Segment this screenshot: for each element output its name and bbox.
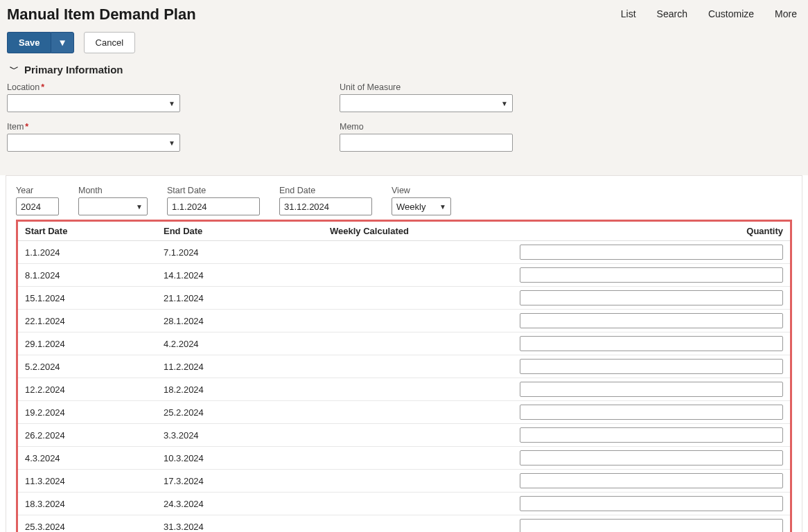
cell-end-date: 14.1.2024 xyxy=(157,264,323,287)
view-label: View xyxy=(392,186,451,195)
cell-weekly-calculated xyxy=(323,378,513,401)
memo-input[interactable] xyxy=(340,134,513,152)
cell-start-date: 15.1.2024 xyxy=(18,287,157,310)
cell-quantity xyxy=(513,241,790,264)
item-select[interactable]: ▼ xyxy=(7,134,180,152)
cell-quantity xyxy=(513,447,790,470)
col-header-end-date[interactable]: End Date xyxy=(157,222,323,241)
cell-start-date: 12.2.2024 xyxy=(18,378,157,401)
table-row[interactable]: 4.3.202410.3.2024 xyxy=(18,447,790,470)
table-row[interactable]: 1.1.20247.1.2024 xyxy=(18,241,790,264)
save-dropdown-button[interactable]: ▼ xyxy=(51,32,73,53)
cell-weekly-calculated xyxy=(323,332,513,355)
cell-start-date: 22.1.2024 xyxy=(18,310,157,332)
table-row[interactable]: 25.3.202431.3.2024 xyxy=(18,515,790,533)
cell-start-date: 5.2.2024 xyxy=(18,355,157,378)
quantity-input[interactable] xyxy=(520,450,783,466)
cell-weekly-calculated xyxy=(323,515,513,533)
table-row[interactable]: 18.3.202424.3.2024 xyxy=(18,493,790,515)
memo-label: Memo xyxy=(340,122,631,132)
cell-start-date: 25.3.2024 xyxy=(18,515,157,533)
table-row[interactable]: 15.1.202421.1.2024 xyxy=(18,287,790,310)
uom-select[interactable]: ▼ xyxy=(340,94,513,112)
cell-start-date: 26.2.2024 xyxy=(18,424,157,447)
cell-end-date: 24.3.2024 xyxy=(157,493,323,515)
section-title-primary: Primary Information xyxy=(24,64,123,76)
cell-end-date: 11.2.2024 xyxy=(157,355,323,378)
end-date-input[interactable]: 31.12.2024 xyxy=(279,197,372,215)
table-row[interactable]: 19.2.202425.2.2024 xyxy=(18,401,790,424)
quantity-input[interactable] xyxy=(520,473,783,488)
cell-end-date: 10.3.2024 xyxy=(157,447,323,470)
cell-end-date: 25.2.2024 xyxy=(157,401,323,424)
start-date-input[interactable]: 1.1.2024 xyxy=(167,197,260,215)
year-input[interactable]: 2024 xyxy=(16,197,59,215)
location-select[interactable]: ▼ xyxy=(7,94,180,112)
cell-end-date: 7.1.2024 xyxy=(157,241,323,264)
chevron-down-icon: ▼ xyxy=(136,203,143,211)
location-label: Location* xyxy=(7,82,298,92)
cell-quantity xyxy=(513,493,790,515)
cell-end-date: 21.1.2024 xyxy=(157,287,323,310)
table-row[interactable]: 26.2.20243.3.2024 xyxy=(18,424,790,447)
cell-quantity xyxy=(513,378,790,401)
nav-customize[interactable]: Customize xyxy=(708,8,754,19)
quantity-input[interactable] xyxy=(520,496,783,511)
quantity-input[interactable] xyxy=(520,359,783,374)
table-row[interactable]: 8.1.202414.1.2024 xyxy=(18,264,790,287)
cell-quantity xyxy=(513,401,790,424)
cell-quantity xyxy=(513,332,790,355)
quantity-input[interactable] xyxy=(520,427,783,443)
quantity-input[interactable] xyxy=(520,313,783,328)
nav-search[interactable]: Search xyxy=(657,8,687,19)
cell-quantity xyxy=(513,515,790,533)
cell-start-date: 1.1.2024 xyxy=(18,241,157,264)
cancel-button[interactable]: Cancel xyxy=(84,32,135,53)
collapse-icon[interactable]: ﹀ xyxy=(10,63,19,76)
cell-start-date: 4.3.2024 xyxy=(18,447,157,470)
cell-quantity xyxy=(513,264,790,287)
col-header-weekly-calculated[interactable]: Weekly Calculated xyxy=(323,222,513,241)
page-title: Manual Item Demand Plan xyxy=(7,6,196,24)
cell-start-date: 8.1.2024 xyxy=(18,264,157,287)
quantity-input[interactable] xyxy=(520,519,783,532)
chevron-down-icon: ▼ xyxy=(168,100,175,107)
cell-start-date: 29.1.2024 xyxy=(18,332,157,355)
nav-more[interactable]: More xyxy=(775,8,797,19)
cell-weekly-calculated xyxy=(323,264,513,287)
cell-weekly-calculated xyxy=(323,310,513,332)
cell-weekly-calculated xyxy=(323,424,513,447)
quantity-input[interactable] xyxy=(520,290,783,305)
table-row[interactable]: 5.2.202411.2.2024 xyxy=(18,355,790,378)
cell-quantity xyxy=(513,355,790,378)
cell-quantity xyxy=(513,310,790,332)
col-header-start-date[interactable]: Start Date xyxy=(18,222,157,241)
cell-weekly-calculated xyxy=(323,355,513,378)
view-select[interactable]: Weekly ▼ xyxy=(392,197,451,215)
uom-label: Unit of Measure xyxy=(340,82,631,92)
cell-start-date: 19.2.2024 xyxy=(18,401,157,424)
year-label: Year xyxy=(16,186,59,195)
cell-quantity xyxy=(513,287,790,310)
quantity-input[interactable] xyxy=(520,267,783,283)
quantity-input[interactable] xyxy=(520,245,783,260)
chevron-down-icon: ▼ xyxy=(168,139,175,147)
table-row[interactable]: 12.2.202418.2.2024 xyxy=(18,378,790,401)
table-row[interactable]: 29.1.20244.2.2024 xyxy=(18,332,790,355)
cell-end-date: 28.1.2024 xyxy=(157,310,323,332)
cell-weekly-calculated xyxy=(323,401,513,424)
quantity-input[interactable] xyxy=(520,405,783,420)
quantity-input[interactable] xyxy=(520,336,783,351)
cell-end-date: 4.2.2024 xyxy=(157,332,323,355)
quantity-input[interactable] xyxy=(520,382,783,397)
cell-end-date: 17.3.2024 xyxy=(157,470,323,493)
nav-list[interactable]: List xyxy=(621,8,636,19)
cell-weekly-calculated xyxy=(323,470,513,493)
table-row[interactable]: 22.1.202428.1.2024 xyxy=(18,310,790,332)
col-header-quantity[interactable]: Quantity xyxy=(513,222,790,241)
start-date-label: Start Date xyxy=(167,186,260,195)
save-button[interactable]: Save xyxy=(7,32,51,53)
cell-quantity xyxy=(513,470,790,493)
table-row[interactable]: 11.3.202417.3.2024 xyxy=(18,470,790,493)
month-select[interactable]: ▼ xyxy=(78,197,148,215)
